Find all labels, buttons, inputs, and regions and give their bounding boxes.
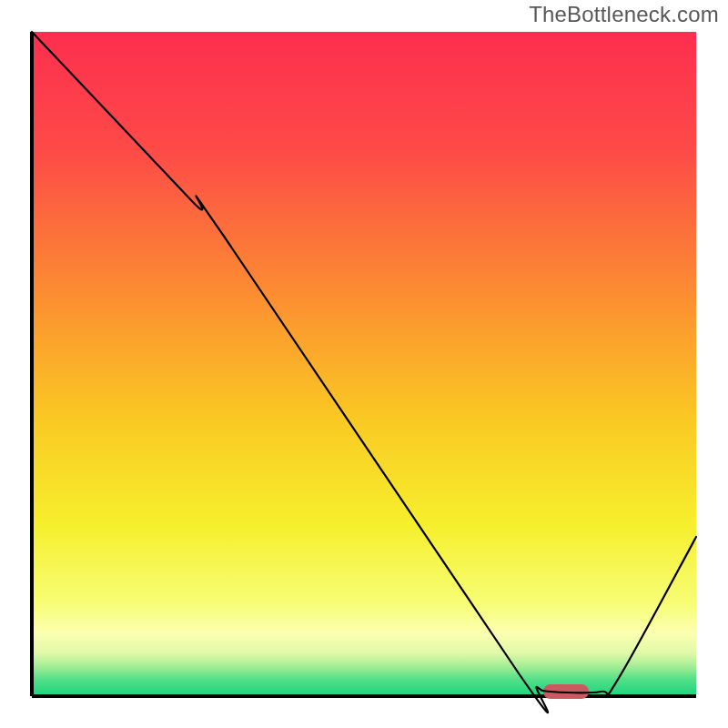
svg-rect-0 bbox=[32, 32, 696, 696]
chart-stage: TheBottleneck.com bbox=[0, 0, 728, 728]
chart-svg bbox=[0, 0, 728, 728]
